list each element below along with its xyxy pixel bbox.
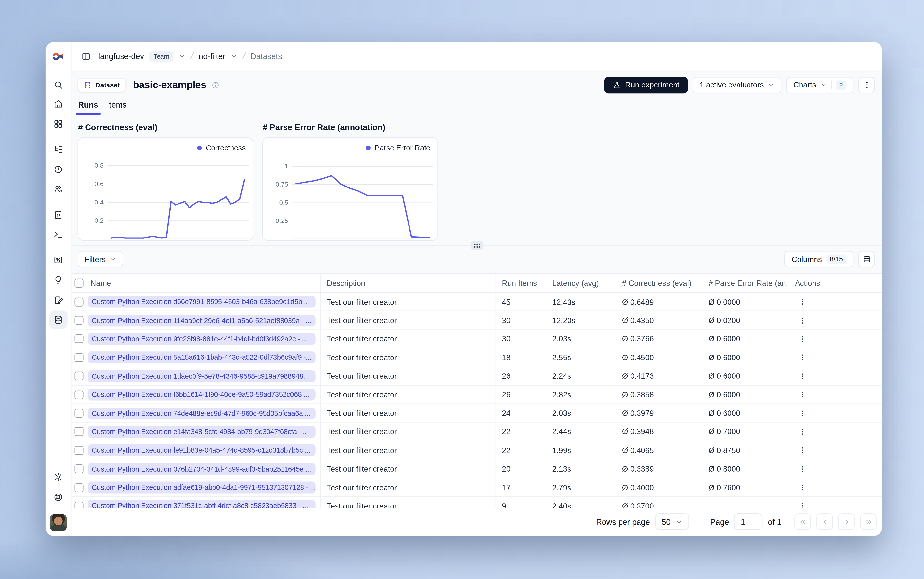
row-checkbox[interactable]	[74, 409, 83, 418]
tab-items[interactable]: Items	[107, 101, 126, 115]
run-experiment-button[interactable]: Run experiment	[605, 77, 688, 93]
row-checkbox[interactable]	[74, 298, 83, 306]
row-checkbox[interactable]	[74, 465, 83, 473]
run-description: Test our filter creator	[321, 367, 496, 385]
parse-error-value: Ø 0.8000	[703, 460, 789, 478]
row-actions-button[interactable]	[797, 352, 808, 363]
row-actions-button[interactable]	[797, 315, 808, 326]
run-name-link[interactable]: Custom Python Execution 371f531c-abff-4d…	[87, 500, 315, 507]
column-header-parse-error[interactable]: # Parse Error Rate (an...	[703, 274, 789, 292]
info-icon[interactable]	[211, 81, 220, 89]
run-name-link[interactable]: Custom Python Execution 1daec0f9-5e78-43…	[87, 370, 315, 382]
sidebar-item-support[interactable]	[49, 488, 67, 506]
row-checkbox[interactable]	[74, 316, 83, 325]
row-actions-button[interactable]	[797, 334, 808, 344]
column-header-latency[interactable]: Latency (avg)	[546, 274, 616, 292]
correctness-value: Ø 0.3766	[616, 330, 703, 348]
breadcrumb-project[interactable]: no-filter	[199, 52, 225, 61]
run-description: Test our filter creator	[321, 441, 496, 459]
sidebar-item-users[interactable]	[49, 180, 67, 198]
row-actions-button[interactable]	[797, 296, 808, 307]
sidebar-item-annotation[interactable]	[49, 291, 67, 309]
sidebar-item-search[interactable]	[49, 76, 67, 94]
row-checkbox[interactable]	[74, 335, 83, 343]
column-header-description[interactable]: Description	[321, 274, 496, 292]
first-page-button[interactable]	[794, 514, 811, 530]
row-checkbox[interactable]	[74, 502, 83, 507]
column-header-run-items[interactable]: Run Items	[496, 274, 546, 292]
breadcrumb-section[interactable]: Datasets	[251, 52, 282, 61]
select-all-checkbox[interactable]	[74, 279, 83, 288]
sidebar-item-evaluation[interactable]	[49, 251, 67, 269]
user-avatar[interactable]	[50, 514, 67, 531]
run-name-link[interactable]: Custom Python Execution d66e7991-8595-45…	[87, 296, 315, 308]
row-actions-button[interactable]	[797, 371, 808, 381]
chevron-down-icon[interactable]	[179, 53, 185, 59]
run-name-link[interactable]: Custom Python Execution 9fe23f98-881e-44…	[87, 333, 315, 345]
lightbulb-icon	[53, 275, 63, 285]
row-checkbox[interactable]	[74, 390, 83, 399]
svg-text:0.8: 0.8	[94, 162, 103, 169]
tab-runs[interactable]: Runs	[78, 101, 98, 115]
sidebar-item-prompts[interactable]	[49, 206, 67, 224]
table-row: Custom Python Execution 076b2704-341d-48…	[72, 460, 882, 478]
columns-button[interactable]: Columns 8/15	[785, 251, 854, 267]
chevron-down-icon[interactable]	[231, 53, 237, 59]
breadcrumb-org[interactable]: langfuse-dev	[98, 52, 144, 61]
column-header-correctness[interactable]: # Correctness (eval)	[616, 274, 703, 292]
sidebar-item-sessions[interactable]	[49, 160, 67, 178]
row-actions-button[interactable]	[797, 500, 808, 507]
run-experiment-label: Run experiment	[625, 80, 680, 90]
parse-error-chart: 0.250.50.751 Parse Error Rate	[262, 137, 438, 241]
charts-dropdown[interactable]: Charts 2	[786, 77, 854, 93]
run-name-link[interactable]: Custom Python Execution e14fa348-5cfc-49…	[87, 426, 315, 438]
sidebar-item-home[interactable]	[49, 95, 67, 113]
row-actions-button[interactable]	[797, 445, 808, 456]
row-actions-button[interactable]	[797, 427, 808, 437]
run-items-value: 24	[496, 404, 546, 422]
sidebar-item-datasets[interactable]	[49, 311, 67, 329]
run-name-link[interactable]: Custom Python Execution 5a15a616-1bab-44…	[87, 352, 315, 363]
langfuse-logo[interactable]	[46, 42, 72, 70]
parse-error-value: Ø 0.0000	[703, 293, 789, 311]
filters-button[interactable]: Filters	[78, 251, 123, 267]
row-height-button[interactable]	[858, 251, 875, 267]
row-checkbox[interactable]	[74, 483, 83, 492]
row-actions-button[interactable]	[797, 482, 808, 493]
run-name-link[interactable]: Custom Python Execution f6bb1614-1f90-40…	[87, 389, 315, 401]
sidebar-item-dashboards[interactable]	[49, 115, 67, 133]
run-name-link[interactable]: Custom Python Execution fe91b83e-04a5-47…	[87, 445, 315, 456]
row-actions-button[interactable]	[797, 464, 808, 474]
run-name-link[interactable]: Custom Python Execution 076b2704-341d-48…	[87, 463, 315, 475]
run-name-link[interactable]: Custom Python Execution 114aa9ef-29e6-4e…	[87, 314, 315, 326]
sidebar-item-tracing[interactable]	[49, 140, 67, 159]
correctness-value: Ø 0.3948	[616, 423, 703, 441]
sidebar-item-settings[interactable]	[49, 468, 67, 486]
row-checkbox[interactable]	[74, 353, 83, 362]
row-checkbox[interactable]	[74, 371, 83, 380]
row-actions-button[interactable]	[797, 408, 808, 419]
run-items-value: 45	[496, 293, 546, 311]
correctness-value: Ø 0.3979	[616, 404, 703, 422]
resize-handle[interactable]	[471, 242, 483, 250]
more-actions-button[interactable]	[858, 77, 875, 93]
column-header-name[interactable]: Name	[86, 274, 321, 292]
home-icon	[53, 99, 63, 109]
row-actions-button[interactable]	[797, 389, 808, 400]
page-input[interactable]	[734, 514, 762, 530]
rows-per-page-label: Rows per page	[596, 517, 650, 526]
sidebar-toggle-button[interactable]	[79, 49, 93, 63]
sidebar-item-suggestions[interactable]	[49, 271, 67, 289]
last-page-button[interactable]	[860, 514, 876, 530]
evaluators-dropdown[interactable]: 1 active evaluators	[693, 77, 781, 93]
row-checkbox[interactable]	[74, 446, 83, 455]
rows-per-page-select[interactable]: 50	[655, 514, 689, 530]
breadcrumb-separator: /	[241, 51, 246, 61]
next-page-button[interactable]	[838, 514, 855, 530]
run-name-link[interactable]: Custom Python Execution 74de488e-ec9d-47…	[87, 407, 315, 419]
sidebar-item-playground[interactable]	[49, 226, 67, 244]
previous-page-button[interactable]	[816, 514, 833, 530]
run-items-value: 17	[496, 478, 546, 496]
run-name-link[interactable]: Custom Python Execution adfae619-abb0-4d…	[87, 482, 315, 494]
row-checkbox[interactable]	[74, 427, 83, 436]
